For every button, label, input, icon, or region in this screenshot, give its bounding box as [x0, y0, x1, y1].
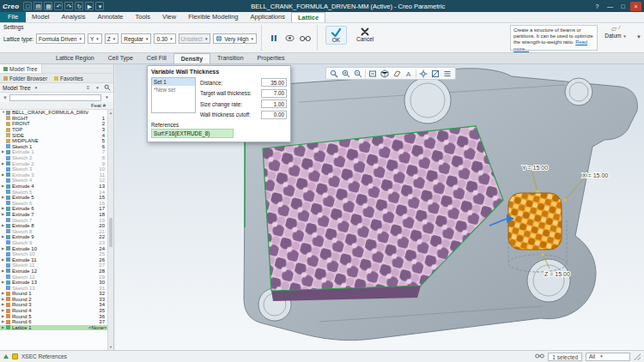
- scrollbar-thumb[interactable]: [109, 218, 112, 247]
- tree-row[interactable]: Sketch 1229: [0, 274, 107, 280]
- no-preview-icon[interactable]: [283, 32, 295, 44]
- expand-message-log-icon[interactable]: [3, 354, 9, 359]
- tab-folder-browser[interactable]: Folder Browser: [0, 74, 51, 82]
- subtab-cell-fill[interactable]: Cell Fill: [140, 53, 173, 63]
- tree-row[interactable]: ▶Extrude 1024: [0, 245, 107, 251]
- tree-row[interactable]: ▶Round 233: [0, 297, 107, 303]
- customize-icon[interactable]: ▾: [95, 2, 104, 10]
- tab-tools[interactable]: Tools: [130, 12, 157, 22]
- tree-row[interactable]: RIGHT1: [0, 116, 107, 122]
- tree-row[interactable]: Sketch 821: [0, 228, 107, 234]
- tree-row[interactable]: ▶Lattice 1<None>: [0, 325, 107, 331]
- maximize-button[interactable]: □: [617, 2, 629, 11]
- tree-row[interactable]: ▶Extrude 1126: [0, 256, 107, 262]
- subtab-density[interactable]: Density: [173, 53, 210, 63]
- tree-row[interactable]: Sketch 514: [0, 189, 107, 195]
- lattice-type-combo[interactable]: Formula Driven▼: [36, 33, 85, 44]
- cancel-button[interactable]: Cancel: [353, 26, 377, 44]
- tab-analysis[interactable]: Analysis: [56, 12, 92, 22]
- field-input[interactable]: 35.00: [261, 78, 287, 87]
- refit-icon[interactable]: [329, 69, 339, 79]
- open-icon[interactable]: ▤: [33, 2, 42, 10]
- tree-row[interactable]: Sketch 310: [0, 166, 107, 172]
- subtab-cell-type[interactable]: Cell Type: [101, 53, 140, 63]
- tree-row[interactable]: Sketch 412: [0, 178, 107, 184]
- chevron-down-icon[interactable]: ▼: [103, 94, 111, 101]
- tree-row[interactable]: ▶Extrude 311: [0, 172, 107, 178]
- tree-row[interactable]: Sketch 719: [0, 217, 107, 223]
- tree-row[interactable]: Sketch 1331: [0, 285, 107, 291]
- tree-row[interactable]: Sketch 616: [0, 201, 107, 207]
- undo-icon[interactable]: ↶: [54, 2, 63, 10]
- filter-funnel-icon[interactable]: ▼: [3, 95, 8, 100]
- view-manager-icon[interactable]: [442, 69, 453, 79]
- tree-row[interactable]: ▼BELL_CRANK_FORMULA_DRIVEN-MM.PRT: [0, 110, 107, 116]
- save-icon[interactable]: ▦: [44, 2, 52, 10]
- ok-button[interactable]: OK: [325, 26, 347, 45]
- tab-model[interactable]: Model: [26, 12, 55, 22]
- axis-y-combo[interactable]: Y▼: [88, 33, 102, 44]
- tree-row[interactable]: ▶Round 435: [0, 308, 107, 314]
- find-icon[interactable]: [535, 353, 544, 360]
- tree-row[interactable]: ▶Round 334: [0, 302, 107, 308]
- tab-flexible-modeling[interactable]: Flexible Modeling: [182, 12, 244, 22]
- tree-row[interactable]: ▶Extrude 922: [0, 234, 107, 240]
- tree-row[interactable]: ▶Extrude 413: [0, 184, 107, 190]
- tab-file[interactable]: File: [0, 12, 26, 22]
- display-style-icon[interactable]: [380, 69, 390, 79]
- search-icon[interactable]: [103, 84, 111, 92]
- tab-lattice[interactable]: Lattice: [291, 12, 325, 22]
- datum-display-icon[interactable]: [392, 69, 402, 79]
- redo-icon[interactable]: ↷: [64, 2, 73, 10]
- tree-row[interactable]: MIDPLANE5: [0, 138, 107, 144]
- tab-applications[interactable]: Applications: [245, 12, 291, 22]
- tree-row[interactable]: ▶Extrude 617: [0, 206, 107, 212]
- feat-column-header[interactable]: Feat #: [91, 103, 113, 108]
- tree-row[interactable]: Sketch 28: [0, 155, 107, 161]
- tree-scrollbar[interactable]: ▲ ▼: [107, 110, 113, 350]
- tree-row[interactable]: FRONT2: [0, 121, 107, 127]
- notification-icon[interactable]: [12, 353, 18, 359]
- spin-value-input[interactable]: 0.30▼: [154, 33, 175, 44]
- tree-row[interactable]: ▶Round 637: [0, 319, 107, 325]
- subtab-properties[interactable]: Properties: [251, 53, 292, 63]
- new-icon[interactable]: □: [23, 2, 32, 10]
- quality-combo[interactable]: Very High▼: [213, 33, 257, 44]
- tab-annotate[interactable]: Annotate: [91, 12, 129, 22]
- resize-grip[interactable]: [634, 353, 641, 360]
- tab-model-tree[interactable]: Model Tree: [0, 64, 42, 73]
- axis-z-combo[interactable]: Z▼: [105, 33, 118, 44]
- chevron-down-icon[interactable]: ▼: [33, 84, 40, 92]
- minimize-button[interactable]: —: [605, 2, 616, 11]
- sets-list[interactable]: Set 1*New set: [151, 77, 196, 113]
- scroll-up-icon[interactable]: ▲: [108, 110, 113, 116]
- tree-row[interactable]: ▶Round 132: [0, 291, 107, 297]
- help-button[interactable]: ?: [592, 2, 603, 11]
- tree-row[interactable]: Sketch 1127: [0, 262, 107, 268]
- variable-wall-thickness-dialog[interactable]: Variable Wall Thickness Set 1*New set Di…: [147, 65, 291, 142]
- field-input[interactable]: 7.00: [261, 89, 287, 98]
- reference-collector[interactable]: Surf:F16(EXTRUDE_8): [151, 129, 234, 138]
- tree-row[interactable]: ▶Extrude 718: [0, 212, 107, 218]
- close-button[interactable]: ×: [630, 2, 641, 11]
- cell-shape-combo[interactable]: Regular▼: [121, 33, 151, 44]
- graphics-area[interactable]: Y = 15.00 X = 15.00 Z = 15.00 A: [115, 64, 644, 350]
- zoom-out-icon[interactable]: [353, 69, 363, 79]
- play-icon[interactable]: ▶: [85, 2, 94, 10]
- tree-row[interactable]: ▶Extrude 17: [0, 149, 107, 155]
- field-input[interactable]: 1.00: [261, 100, 287, 108]
- preview-glasses-icon[interactable]: [299, 32, 311, 44]
- regenerate-icon[interactable]: ↻: [75, 2, 83, 10]
- subtab-lattice-region[interactable]: Lattice Region: [49, 53, 101, 63]
- tree-filters-icon[interactable]: ≡: [84, 84, 92, 92]
- tree-row[interactable]: ▶Round 536: [0, 313, 107, 319]
- unit-cell[interactable]: [508, 193, 562, 250]
- repaint-icon[interactable]: [368, 69, 378, 79]
- tree-row[interactable]: ▶Extrude 1228: [0, 268, 107, 275]
- tree-row[interactable]: Sketch 16: [0, 144, 107, 150]
- set-item[interactable]: *New set: [152, 86, 195, 94]
- spinner-arrows-icon[interactable]: ▼: [169, 37, 173, 41]
- tree-search-input[interactable]: [9, 94, 101, 101]
- tab-view[interactable]: View: [156, 12, 182, 22]
- tree-row[interactable]: Sketch 923: [0, 240, 107, 246]
